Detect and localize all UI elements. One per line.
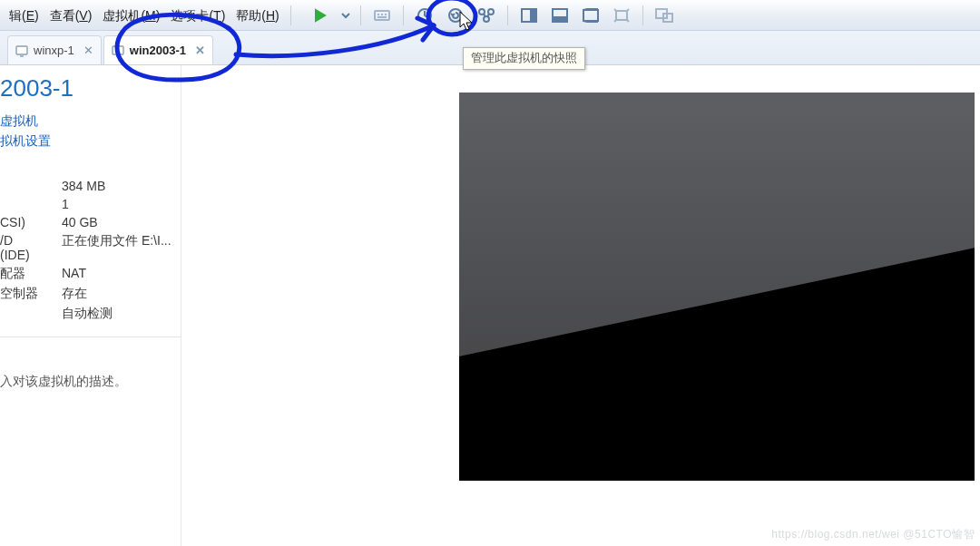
menu-view[interactable]: 查看(V) (44, 2, 98, 29)
vm-icon (15, 44, 28, 57)
menu-vm[interactable]: 虚拟机(M) (97, 2, 165, 29)
send-ctrl-alt-del-icon[interactable] (368, 4, 397, 27)
menu-edit[interactable]: 辑(E) (4, 2, 44, 29)
spec-usb-label: 空制器 (0, 286, 45, 302)
spec-memory: 384 MB (62, 179, 105, 193)
svg-rect-7 (530, 9, 536, 22)
close-icon[interactable]: ✕ (83, 44, 93, 57)
link-edit-settings[interactable]: 拟机设置 (0, 132, 181, 151)
snapshot-take-icon[interactable] (410, 4, 439, 27)
run-vm-group[interactable] (306, 4, 355, 27)
svg-rect-15 (113, 46, 123, 54)
tooltip-snapshot-manager: 管理此虚拟机的快照 (463, 47, 585, 70)
vm-title: 2003-1 (0, 71, 181, 112)
play-dropdown-icon[interactable] (338, 4, 354, 27)
unity-icon[interactable] (576, 4, 605, 27)
svg-rect-11 (616, 11, 627, 20)
vm-icon (112, 44, 124, 57)
menu-help[interactable]: 帮助(H) (230, 2, 284, 29)
vm-preview[interactable] (459, 93, 975, 481)
tab-win2003-1[interactable]: win2003-1 ✕ (103, 35, 213, 64)
snapshot-manager-icon[interactable] (472, 4, 501, 27)
tab-winxp-1[interactable]: winxp-1 ✕ (7, 35, 102, 64)
menubar: 辑(E) 查看(V) 虚拟机(M) 选项卡(T) 帮助(H) (0, 0, 980, 31)
svg-rect-10 (583, 10, 598, 21)
spec-net: NAT (62, 266, 86, 282)
play-icon[interactable] (307, 4, 334, 27)
svg-rect-14 (16, 46, 27, 54)
spec-dvd-label: /D (IDE) (0, 233, 45, 262)
link-power-on[interactable]: 虚拟机 (0, 112, 181, 132)
spec-net-label: 配器 (0, 266, 45, 282)
vm-summary-panel: 2003-1 虚拟机 拟机设置 384 MB 1 CSI)40 GB /D (I… (0, 65, 181, 546)
spec-dvd: 正在使用文件 E:\I... (62, 233, 172, 262)
stretch-icon[interactable] (607, 4, 636, 27)
tab-label: winxp-1 (34, 44, 74, 57)
hardware-specs: 384 MB 1 CSI)40 GB /D (IDE)正在使用文件 E:\I..… (0, 177, 181, 324)
tab-label: win2003-1 (130, 44, 186, 57)
vm-description-placeholder[interactable]: 入对该虚拟机的描述。 (0, 374, 181, 390)
spec-usb: 存在 (62, 286, 87, 302)
fit-guest-icon[interactable] (514, 4, 544, 27)
spec-misc: 自动检测 (62, 306, 113, 322)
menu-tabs[interactable]: 选项卡(T) (165, 2, 230, 29)
spec-disk: 40 GB (62, 215, 98, 229)
thumbnail-icon[interactable] (650, 4, 679, 27)
close-icon[interactable]: ✕ (195, 44, 205, 57)
spec-disk-label: CSI) (0, 215, 45, 229)
snapshot-revert-icon[interactable] (441, 4, 470, 27)
fullscreen-icon[interactable] (545, 4, 574, 27)
watermark: https://blog.csdn.net/wei @51CTO愉智 (771, 527, 975, 542)
svg-point-2 (449, 9, 462, 22)
svg-rect-9 (553, 16, 567, 22)
spec-cpu: 1 (62, 197, 69, 211)
